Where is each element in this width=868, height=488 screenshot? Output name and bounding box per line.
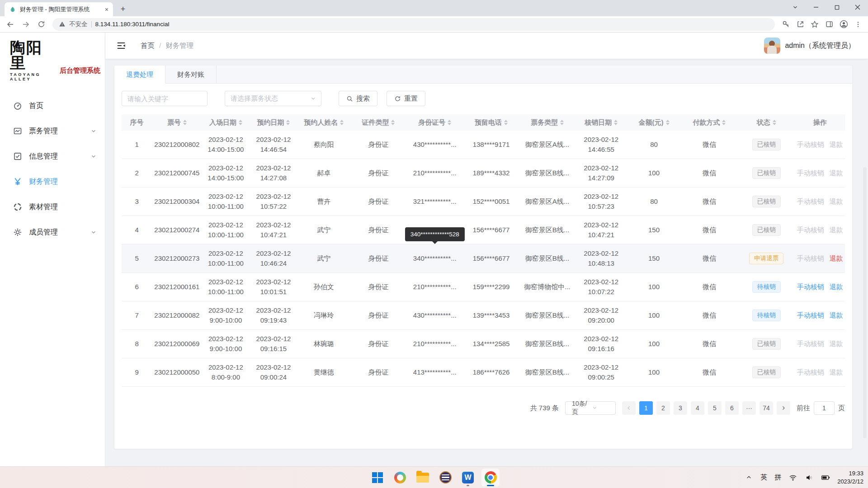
refund-link[interactable]: 退款 [830,282,843,292]
cell-phone: 139****3453 [463,310,519,321]
manual-verify-link: 手动核销 [797,367,824,378]
sidebar-item-首页[interactable]: 首页 [0,93,105,118]
sort-caret-icon[interactable] [722,120,726,125]
cell-ticket-type: 御窑景区A线... [519,197,575,207]
cell-ticket-type: 御窑景区B线... [519,225,575,235]
ime-mode[interactable]: 拼 [774,473,781,482]
sort-caret-icon[interactable] [614,120,618,125]
sort-caret-icon[interactable] [560,120,564,125]
ime-language[interactable]: 英 [760,473,767,482]
sidebar-item-票务管理[interactable]: 票务管理 [0,118,105,144]
reset-button[interactable]: 重置 [387,91,425,106]
back-icon[interactable] [4,18,17,31]
column-header-票号[interactable]: 票号 [152,118,202,127]
page-button-1[interactable]: 1 [639,401,653,415]
start-button[interactable] [368,469,387,487]
sort-caret-icon[interactable] [773,120,776,125]
window-close-icon[interactable] [847,0,868,14]
search-button[interactable]: 搜索 [339,91,377,106]
window-minimize-icon[interactable] [806,0,826,14]
word-icon[interactable]: W [459,469,477,487]
share-icon[interactable] [794,18,807,31]
column-header-票务类型[interactable]: 票务类型 [519,118,575,127]
tab-close-icon[interactable]: × [105,6,108,13]
cell-pay-method: 微信 [681,339,738,349]
cell-actions: 手动核销退款 [795,339,845,349]
sort-caret-icon[interactable] [666,120,670,125]
content-area: 退费处理财务对账 请选择票务状态 搜索 [105,59,868,466]
keyword-input[interactable] [122,91,208,106]
more-pages-icon[interactable]: ··· [742,401,756,415]
sidebar-item-信息管理[interactable]: 信息管理 [0,144,105,169]
breadcrumb-home[interactable]: 首页 [141,41,155,51]
navicat-icon[interactable] [391,469,409,487]
sort-caret-icon[interactable] [286,120,290,125]
wifi-icon[interactable] [788,473,797,482]
sort-caret-icon[interactable] [391,120,395,125]
file-explorer-icon[interactable] [414,469,432,487]
next-page-icon[interactable] [777,401,790,415]
column-header-入场日期[interactable]: 入场日期 [202,118,250,127]
page-button-6[interactable]: 6 [725,401,739,415]
cell-name: 林琬璐 [297,339,350,349]
forward-icon[interactable] [19,18,33,31]
column-header-证件类型[interactable]: 证件类型 [350,118,407,127]
cell-ticket-no: 230212000745 [152,168,202,178]
bookmark-star-icon[interactable] [808,18,821,31]
clock[interactable]: 19:33 2023/2/12 [837,469,863,485]
window-menu-chevron-icon[interactable] [785,0,806,14]
column-header-预留电话[interactable]: 预留电话 [463,118,519,127]
tab-财务对账[interactable]: 财务对账 [165,66,217,83]
page-button-2[interactable]: 2 [656,401,670,415]
page-scrollbar[interactable] [863,167,867,438]
page-button-74[interactable]: 74 [760,401,773,415]
page-button-5[interactable]: 5 [708,401,722,415]
address-bar[interactable]: 不安全 8.134.11.180:3011/financial [52,18,775,31]
manual-verify-link[interactable]: 手动核销 [797,282,824,292]
goto-label: 前往 [797,404,810,413]
goto-page-input[interactable] [814,401,835,415]
status-select[interactable]: 请选择票务状态 [225,91,321,106]
chrome-icon[interactable] [481,469,500,487]
column-header-身份证号[interactable]: 身份证号 [406,118,463,127]
cell-status: 待核销 [738,310,795,321]
browser-menu-icon[interactable] [852,18,864,31]
column-header-状态[interactable]: 状态 [738,118,795,127]
volume-icon[interactable] [805,473,814,482]
sidebar-item-成员管理[interactable]: 成员管理 [0,220,105,245]
sort-caret-icon[interactable] [448,120,451,125]
sort-caret-icon[interactable] [340,120,344,125]
side-panel-icon[interactable] [823,18,835,31]
avatar[interactable] [764,38,780,54]
page-button-4[interactable]: 4 [691,401,704,415]
window-maximize-icon[interactable] [826,0,847,14]
manual-verify-link[interactable]: 手动核销 [797,310,824,321]
profile-icon[interactable] [837,18,850,31]
refund-link[interactable]: 退款 [830,253,843,264]
page-button-3[interactable]: 3 [674,401,687,415]
sidebar-item-财务管理[interactable]: 财务管理 [0,169,105,194]
sidebar-item-素材管理[interactable]: 素材管理 [0,194,105,220]
password-key-icon[interactable] [779,18,792,31]
sort-caret-icon[interactable] [504,120,508,125]
browser-tab[interactable]: 财务管理 - 陶阳里管理系统 × [5,2,113,16]
security-warning-icon[interactable] [59,21,66,28]
new-tab-button[interactable]: + [117,3,129,15]
sort-caret-icon[interactable] [239,120,242,125]
tab-退费处理[interactable]: 退费处理 [114,66,165,84]
tray-chevron-up-icon[interactable] [744,473,753,482]
user-menu[interactable]: admin（系统管理员） [764,38,855,54]
page-size-select[interactable]: 10条/页 [565,401,616,415]
eclipse-icon[interactable] [436,469,454,487]
column-header-付款方式[interactable]: 付款方式 [681,118,738,127]
column-header-预约日期[interactable]: 预约日期 [250,118,297,127]
column-header-预约人姓名[interactable]: 预约人姓名 [297,118,350,127]
column-header-金额(元)[interactable]: 金额(元) [627,118,680,127]
battery-icon[interactable] [821,473,830,482]
reload-icon[interactable] [34,18,48,31]
sort-caret-icon[interactable] [183,120,187,125]
refund-link[interactable]: 退款 [830,310,843,321]
cell-id-number: 340**********... [406,253,463,264]
menu-fold-icon[interactable] [116,41,126,51]
column-header-核销日期[interactable]: 核销日期 [575,118,627,127]
